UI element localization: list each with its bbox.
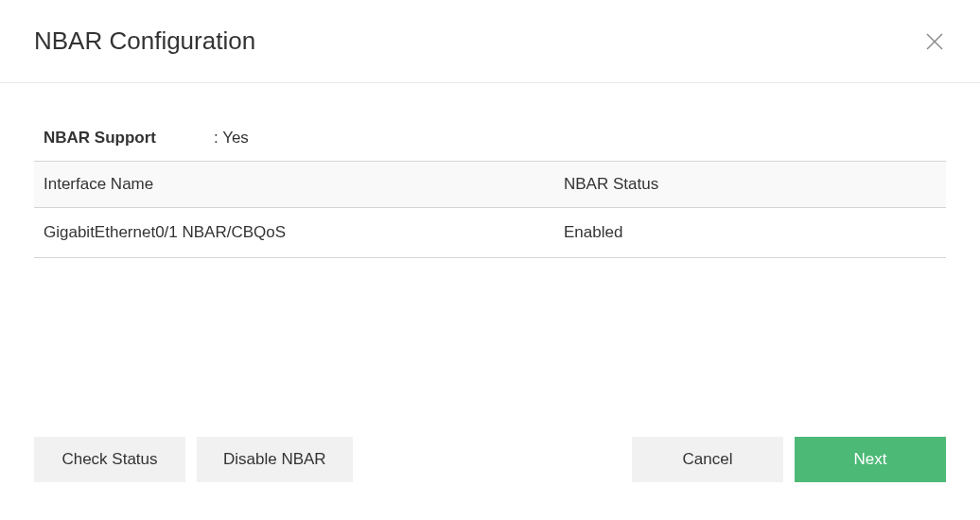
dialog-header: NBAR Configuration [0,0,980,83]
check-status-button[interactable]: Check Status [34,437,185,482]
table-header-row: Interface Name NBAR Status [34,162,946,208]
nbar-support-row: NBAR Support : Yes [34,112,946,161]
table-row: GigabitEthernet0/1 NBAR/CBQoS Enabled [34,208,946,258]
cell-interface-name: GigabitEthernet0/1 NBAR/CBQoS [34,208,554,258]
next-button[interactable]: Next [795,437,946,482]
column-header-status: NBAR Status [554,162,946,208]
dialog-footer: Check Status Disable NBAR Cancel Next [0,437,980,520]
nbar-support-value: : Yes [214,129,249,147]
column-header-interface: Interface Name [34,162,554,208]
dialog-body: NBAR Support : Yes Interface Name NBAR S… [0,83,980,437]
interface-table: Interface Name NBAR Status GigabitEthern… [34,161,946,258]
nbar-support-label: NBAR Support [44,129,214,147]
cancel-button[interactable]: Cancel [632,437,783,482]
disable-nbar-button[interactable]: Disable NBAR [197,437,353,482]
nbar-configuration-dialog: NBAR Configuration NBAR Support : Yes In… [0,0,980,520]
close-icon[interactable] [923,30,946,53]
cell-nbar-status: Enabled [554,208,946,258]
footer-right-buttons: Cancel Next [632,437,946,482]
footer-left-buttons: Check Status Disable NBAR [34,437,353,482]
dialog-title: NBAR Configuration [34,26,255,56]
